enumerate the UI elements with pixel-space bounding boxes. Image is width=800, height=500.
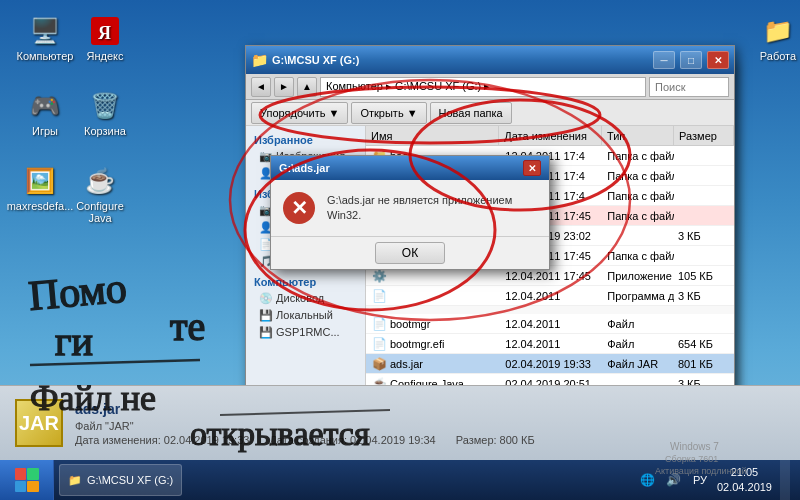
work-folder-icon: 📁 [762, 15, 794, 47]
file-row-installer[interactable]: 📄 12.04.2011 Программа для уст... 3 КБ [366, 286, 734, 306]
col-header-name[interactable]: Имя [366, 126, 499, 145]
sidebar-item-local[interactable]: 💾 Локальный [254, 307, 357, 324]
desktop-icon-work[interactable]: 📁 Работа [748, 15, 800, 62]
nav-forward-btn[interactable]: ► [274, 77, 294, 97]
taskbar-item-explorer[interactable]: 📁 G:\MCSU XF (G:) [59, 464, 182, 496]
dialog-message: G:\ads.jar не является приложением Win32… [327, 193, 537, 224]
new-folder-btn[interactable]: Новая папка [430, 102, 512, 124]
file-list-header: Имя Дата изменения Тип Размер [366, 126, 734, 146]
preview-file-icon: JAR [15, 399, 63, 447]
desktop: 🖥️ Компьютер Я Яндекс 🎮 Игры 🗑️ Корзина … [0, 0, 800, 500]
taskbar-tray: 🌐 🔊 РУ 21:05 02.04.2019 [629, 460, 800, 500]
file-row-adsjar2[interactable]: 📦ads.jar 02.04.2019 19:33 Файл JAR 801 К… [366, 354, 734, 374]
show-desktop-btn[interactable] [780, 460, 790, 500]
error-icon: ✕ [283, 192, 315, 224]
sidebar-section-computer: Компьютер 💿 Дисковод 💾 Локальный 💾 GSP1R… [246, 273, 365, 344]
desktop-icon-maxres[interactable]: 🖼️ maxresdefа... [10, 165, 70, 212]
lang-icon[interactable]: РУ [691, 471, 709, 489]
dialog-footer: ОК [271, 236, 549, 269]
clock-time: 21:05 [717, 465, 772, 480]
desktop-icon-yandex[interactable]: Я Яндекс [75, 15, 135, 62]
clock-date: 02.04.2019 [717, 480, 772, 495]
svg-text:ги: ги [55, 319, 93, 364]
organize-btn[interactable]: Упорядочить ▼ [251, 102, 348, 124]
svg-text:те: те [170, 304, 205, 349]
taskbar-items: 📁 G:\MCSU XF (G:) [54, 464, 629, 496]
start-button[interactable] [0, 460, 54, 500]
taskbar-clock[interactable]: 21:05 02.04.2019 [717, 465, 772, 496]
sidebar-item-drive[interactable]: 💿 Дисковод [254, 290, 357, 307]
minimize-btn[interactable]: ─ [653, 51, 675, 69]
taskbar: 📁 G:\MCSU XF (G:) 🌐 🔊 РУ 21:05 02.04.201… [0, 460, 800, 500]
close-btn[interactable]: ✕ [707, 51, 729, 69]
dialog-body: ✕ G:\ads.jar не является приложением Win… [271, 180, 549, 236]
window-titlebar: 📁 G:\MCSU XF (G:) ─ □ ✕ [246, 46, 734, 74]
error-dialog: G:\ads.jar ✕ ✕ G:\ads.jar не является пр… [270, 155, 550, 270]
file-row-bootmgrefi[interactable]: 📄bootmgr.efi 12.04.2011 Файл 654 КБ [366, 334, 734, 354]
desktop-icon-computer[interactable]: 🖥️ Компьютер [15, 15, 75, 62]
preview-info: ads.jar Файл "JAR" Дата изменения: 02.04… [75, 401, 785, 446]
folder-title-icon: 📁 [251, 52, 267, 68]
preview-size: Размер: 800 КБ [456, 434, 535, 446]
windows-logo [15, 468, 39, 492]
desktop-icon-games[interactable]: 🎮 Игры [15, 90, 75, 137]
window-title: G:\MCSU XF (G:) [272, 54, 648, 66]
toolbar: Упорядочить ▼ Открыть ▼ Новая папка [246, 100, 734, 126]
open-btn[interactable]: Открыть ▼ [351, 102, 426, 124]
preview-file-type: Файл "JAR" [75, 420, 785, 432]
preview-panel: JAR ads.jar Файл "JAR" Дата изменения: 0… [0, 385, 800, 460]
nav-back-btn[interactable]: ◄ [251, 77, 271, 97]
network-icon[interactable]: 🌐 [639, 471, 657, 489]
svg-text:Я: Я [98, 23, 111, 43]
yandex-icon: Я [89, 15, 121, 47]
svg-line-9 [30, 360, 200, 365]
maxres-icon: 🖼️ [24, 165, 56, 197]
recycle-icon: 🗑️ [89, 90, 121, 122]
address-path[interactable]: Компьютер ▸ G:\MCSU XF (G:) ▸ [320, 77, 646, 97]
maximize-btn[interactable]: □ [680, 51, 702, 69]
search-input[interactable] [649, 77, 729, 97]
desktop-icon-recycle[interactable]: 🗑️ Корзина [75, 90, 135, 137]
preview-filename: ads.jar [75, 401, 785, 417]
volume-icon[interactable]: 🔊 [665, 471, 683, 489]
file-row-bootmgr[interactable]: 📄bootmgr 12.04.2011 Файл [366, 314, 734, 334]
dialog-title: G:\ads.jar [279, 162, 518, 174]
sidebar-item-gsp[interactable]: 💾 GSP1RMC... [254, 324, 357, 341]
taskbar-folder-icon: 📁 [68, 474, 82, 487]
dialog-ok-btn[interactable]: ОК [375, 242, 445, 264]
dialog-titlebar: G:\ads.jar ✕ [271, 156, 549, 180]
address-bar: ◄ ► ▲ Компьютер ▸ G:\MCSU XF (G:) ▸ [246, 74, 734, 100]
svg-text:Помо: Помо [27, 265, 129, 319]
col-header-date[interactable]: Дата изменения [499, 126, 602, 145]
games-icon: 🎮 [29, 90, 61, 122]
nav-up-btn[interactable]: ▲ [297, 77, 317, 97]
col-header-size[interactable]: Размер [674, 126, 734, 145]
computer-icon: 🖥️ [29, 15, 61, 47]
col-header-type[interactable]: Тип [602, 126, 674, 145]
dialog-close-btn[interactable]: ✕ [523, 160, 541, 176]
java-icon: ☕ [84, 165, 116, 197]
desktop-icon-java[interactable]: ☕ Configure Java [70, 165, 130, 224]
preview-dates: Дата изменения: 02.04.2019 19:33 Дата со… [75, 434, 785, 446]
preview-modified: Дата изменения: 02.04.2019 19:33 [75, 434, 249, 446]
preview-created: Дата создания: 02.04.2019 19:34 [269, 434, 435, 446]
